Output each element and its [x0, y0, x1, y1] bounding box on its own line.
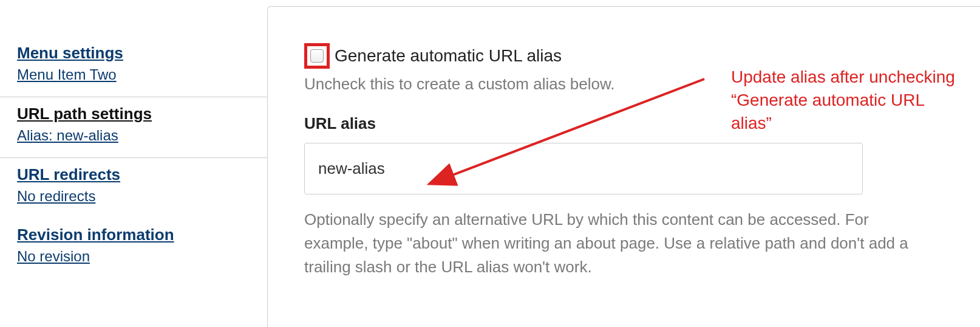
sidebar-item-title[interactable]: URL path settings: [17, 105, 250, 123]
sidebar-item-sub[interactable]: No redirects: [17, 188, 250, 205]
sidebar-item-title[interactable]: URL redirects: [17, 165, 250, 184]
sidebar-item-sub[interactable]: Menu Item Two: [17, 66, 250, 83]
generate-alias-checkbox[interactable]: [310, 49, 324, 63]
sidebar-item-url-path-settings[interactable]: URL path settings Alias: new-alias: [0, 97, 267, 158]
url-alias-description: Optionally specify an alternative URL by…: [304, 208, 911, 279]
sidebar-item-sub[interactable]: No revision: [17, 248, 250, 265]
sidebar-item-title[interactable]: Menu settings: [17, 44, 250, 63]
sidebar-item-revision-information[interactable]: Revision information No revision: [0, 218, 267, 278]
main-panel: Generate automatic URL alias Uncheck thi…: [267, 6, 980, 327]
sidebar-item-sub[interactable]: Alias: new-alias: [17, 127, 250, 144]
generate-alias-checkbox-row: Generate automatic URL alias: [304, 43, 950, 69]
generate-alias-label[interactable]: Generate automatic URL alias: [335, 46, 562, 66]
sidebar-item-url-redirects[interactable]: URL redirects No redirects: [0, 158, 267, 218]
annotation-highlight-box: [304, 43, 330, 69]
annotation-text: Update alias after unchecking “Generate …: [731, 66, 956, 134]
settings-sidebar: Menu settings Menu Item Two URL path set…: [0, 0, 267, 327]
sidebar-item-title[interactable]: Revision information: [17, 225, 250, 244]
sidebar-item-menu-settings[interactable]: Menu settings Menu Item Two: [0, 36, 267, 97]
url-alias-input[interactable]: [304, 143, 863, 194]
